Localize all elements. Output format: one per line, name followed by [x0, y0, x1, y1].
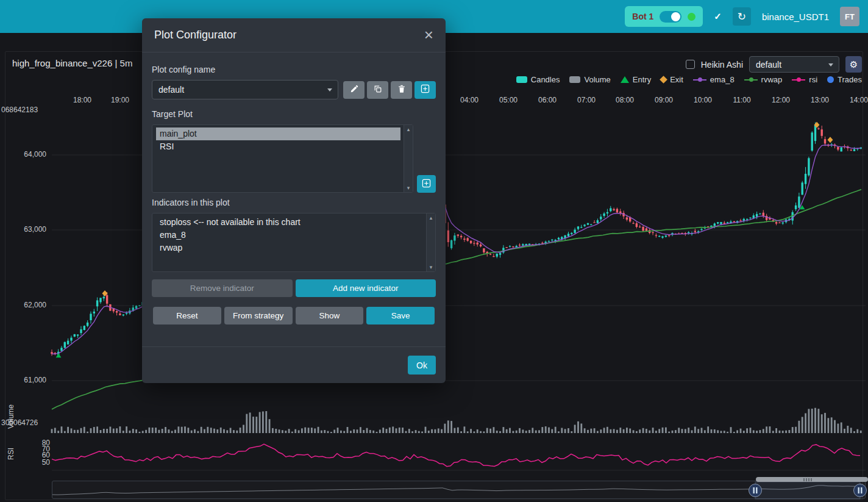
rename-config-button[interactable]: [343, 81, 365, 99]
axis-tick: 63,000: [4, 225, 46, 234]
rect-legend-icon: [569, 76, 580, 83]
legend-item-trades[interactable]: Trades: [827, 75, 862, 84]
legend-label: rvwap: [761, 75, 783, 84]
volume-axis-label: Volume: [7, 402, 15, 431]
time-tick: 13:00: [805, 96, 834, 104]
chevron-down-icon: [327, 88, 332, 91]
heikin-ashi-checkbox[interactable]: [686, 60, 695, 69]
duplicate-config-button[interactable]: [367, 81, 388, 99]
bot-pair-label: binance_USDT1: [762, 12, 829, 22]
time-tick: 14:00: [844, 96, 868, 104]
scroll-up-icon[interactable]: ▴: [407, 126, 410, 132]
chart-legend: CandlesVolumeEntryExitema_8rvwaprsiTrade…: [516, 75, 862, 84]
plus-square-icon: [422, 179, 431, 190]
time-tick: 10:00: [688, 96, 717, 104]
config-name-label: Plot config name: [152, 65, 436, 74]
bot-name-label: Bot 1: [632, 12, 653, 21]
time-tick: 18:00: [68, 96, 97, 104]
legend-label: ema_8: [710, 75, 735, 84]
scroll-down-icon[interactable]: ▾: [407, 185, 410, 191]
scroll-down-icon[interactable]: ▾: [430, 264, 433, 270]
reload-icon: ↻: [738, 11, 746, 23]
from-strategy-button[interactable]: From strategy: [224, 307, 293, 325]
legend-label: Volume: [584, 75, 610, 84]
add-plot-button[interactable]: [417, 175, 436, 193]
legend-item-exit[interactable]: Exit: [661, 75, 683, 84]
close-icon[interactable]: ×: [424, 29, 433, 41]
datazoom-preview[interactable]: [52, 481, 866, 500]
scrollbar-grip-icon: [803, 478, 812, 481]
ok-button[interactable]: Ok: [408, 356, 436, 375]
plus-square-icon: [421, 84, 430, 95]
add-config-button[interactable]: [414, 81, 436, 99]
config-name-select-value: default: [158, 85, 184, 95]
time-tick: 07:00: [572, 96, 601, 104]
time-tick: 06:00: [533, 96, 562, 104]
line-legend-icon: [744, 79, 758, 81]
legend-label: rsi: [809, 75, 817, 84]
indicators-listbox[interactable]: stoploss <-- not available in this chart…: [152, 213, 436, 272]
chart-controls: Heikin Ashi default ⚙: [686, 56, 862, 73]
target-plot-option-rsi[interactable]: RSI: [156, 140, 400, 153]
toggle-knob: [671, 12, 680, 21]
pencil-icon: [350, 85, 358, 95]
time-tick: 05:00: [494, 96, 523, 104]
add-new-indicator-button[interactable]: Add new indicator: [296, 279, 436, 297]
indicators-label: Indicators in this plot: [152, 198, 436, 207]
time-tick: 19:00: [105, 96, 135, 104]
scroll-up-icon[interactable]: ▴: [430, 215, 433, 221]
target-plot-option-main-plot[interactable]: main_plot: [156, 127, 400, 140]
axis-tick: 62,000: [4, 301, 46, 309]
target-plot-listbox[interactable]: main_plot RSI ▴ ▾: [152, 124, 413, 193]
time-tick: 08:00: [610, 96, 639, 104]
line-legend-icon: [792, 79, 805, 81]
config-name-row: default: [152, 80, 436, 99]
reload-button[interactable]: ↻: [733, 7, 751, 26]
reset-button[interactable]: Reset: [153, 307, 221, 325]
chart-title: high_frog_binance_v226 | 5m: [12, 58, 132, 68]
heikin-ashi-label: Heikin Ashi: [701, 60, 743, 70]
legend-item-rvwap[interactable]: rvwap: [744, 75, 783, 84]
trash-icon: [397, 85, 406, 95]
user-avatar[interactable]: FT: [840, 7, 859, 26]
modal-footer: Ok: [142, 346, 446, 383]
indicators-scrollbar[interactable]: ▴ ▾: [426, 213, 435, 271]
triangle-legend-icon: [621, 76, 629, 83]
app-root: 06864218364,00063,00062,00061,0003050647…: [0, 0, 868, 502]
bot-selector[interactable]: Bot 1: [625, 6, 703, 27]
axis-tick: 068642183: [1, 106, 38, 114]
line-legend-icon: [693, 79, 706, 81]
time-tick: 12:00: [766, 96, 795, 104]
time-tick: 11:00: [727, 96, 756, 104]
bot-status-dot: [688, 13, 695, 21]
legend-label: Candles: [531, 75, 560, 84]
target-plot-scrollbar[interactable]: ▴ ▾: [404, 125, 413, 192]
config-actions-row: Reset From strategy Show Save: [153, 307, 435, 325]
delete-config-button[interactable]: [391, 81, 412, 99]
legend-item-volume[interactable]: Volume: [569, 75, 610, 84]
legend-item-candles[interactable]: Candles: [516, 75, 560, 84]
target-plot-label: Target Plot: [152, 109, 436, 119]
legend-item-entry[interactable]: Entry: [621, 75, 651, 84]
diamond-legend-icon: [660, 76, 667, 84]
indicator-option-ema-8[interactable]: ema_8: [156, 229, 423, 242]
bot-online-toggle[interactable]: [660, 11, 681, 23]
save-button[interactable]: Save: [366, 307, 435, 325]
plot-configurator-button[interactable]: ⚙: [845, 56, 862, 73]
datazoom-slider[interactable]: [52, 481, 866, 499]
indicator-option-stoploss[interactable]: stoploss <-- not available in this chart: [156, 216, 423, 229]
target-plot-row: main_plot RSI ▴ ▾: [152, 124, 436, 193]
rect-legend-icon: [516, 76, 527, 83]
axis-tick: 64,000: [4, 150, 46, 159]
time-tick: 09:00: [649, 96, 678, 104]
indicator-option-rvwap[interactable]: rvwap: [156, 242, 423, 254]
horizontal-scrollbar[interactable]: [756, 477, 868, 482]
plot-config-dropdown[interactable]: default: [749, 56, 839, 73]
show-button[interactable]: Show: [296, 307, 364, 325]
remove-indicator-button[interactable]: Remove indicator: [152, 279, 293, 297]
circle-legend-icon: [827, 76, 834, 83]
legend-item-rsi[interactable]: rsi: [792, 75, 817, 84]
config-name-select[interactable]: default: [152, 80, 338, 99]
legend-item-ema_8[interactable]: ema_8: [693, 75, 735, 84]
legend-label: Trades: [838, 75, 862, 84]
